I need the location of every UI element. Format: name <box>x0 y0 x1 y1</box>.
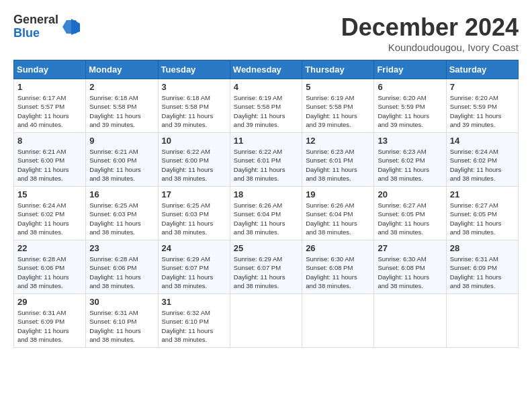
header-sunday: Sunday <box>14 60 86 79</box>
table-row: 30Sunrise: 6:31 AMSunset: 6:10 PMDayligh… <box>86 294 158 348</box>
day-info: Sunrise: 6:29 AMSunset: 6:07 PMDaylight:… <box>234 255 298 290</box>
day-number: 18 <box>234 189 298 199</box>
table-row: 15Sunrise: 6:24 AMSunset: 6:02 PMDayligh… <box>14 187 86 240</box>
calendar-week-row: 1Sunrise: 6:17 AMSunset: 5:57 PMDaylight… <box>14 79 519 133</box>
day-number: 1 <box>17 82 82 92</box>
table-row: 9Sunrise: 6:21 AMSunset: 6:00 PMDaylight… <box>86 133 158 187</box>
day-number: 22 <box>17 243 82 253</box>
table-row: 11Sunrise: 6:22 AMSunset: 6:01 PMDayligh… <box>230 133 302 187</box>
table-row: 18Sunrise: 6:26 AMSunset: 6:04 PMDayligh… <box>230 187 302 240</box>
table-row: 21Sunrise: 6:27 AMSunset: 6:05 PMDayligh… <box>446 187 518 240</box>
day-info: Sunrise: 6:21 AMSunset: 6:00 PMDaylight:… <box>89 147 154 183</box>
day-info: Sunrise: 6:31 AMSunset: 6:09 PMDaylight:… <box>450 255 515 290</box>
day-info: Sunrise: 6:31 AMSunset: 6:09 PMDaylight:… <box>17 308 82 344</box>
day-number: 31 <box>162 297 226 307</box>
day-info: Sunrise: 6:30 AMSunset: 6:08 PMDaylight:… <box>306 255 370 290</box>
day-info: Sunrise: 6:26 AMSunset: 6:04 PMDaylight:… <box>306 201 370 236</box>
table-row: 27Sunrise: 6:30 AMSunset: 6:08 PMDayligh… <box>374 240 446 294</box>
day-info: Sunrise: 6:22 AMSunset: 6:00 PMDaylight:… <box>162 147 226 183</box>
logo: General Blue <box>13 13 81 40</box>
table-row: 31Sunrise: 6:32 AMSunset: 6:10 PMDayligh… <box>158 294 230 348</box>
day-info: Sunrise: 6:31 AMSunset: 6:10 PMDaylight:… <box>89 308 154 344</box>
table-row: 20Sunrise: 6:27 AMSunset: 6:05 PMDayligh… <box>374 187 446 240</box>
logo-blue: Blue <box>13 27 58 40</box>
day-number: 21 <box>450 189 515 199</box>
day-number: 5 <box>306 82 370 92</box>
day-number: 26 <box>306 243 370 253</box>
table-row: 12Sunrise: 6:23 AMSunset: 6:01 PMDayligh… <box>302 133 374 187</box>
calendar-week-row: 29Sunrise: 6:31 AMSunset: 6:09 PMDayligh… <box>14 294 519 348</box>
table-row: 22Sunrise: 6:28 AMSunset: 6:06 PMDayligh… <box>14 240 86 294</box>
day-number: 17 <box>162 189 226 199</box>
table-row: 13Sunrise: 6:23 AMSunset: 6:02 PMDayligh… <box>374 133 446 187</box>
table-row: 14Sunrise: 6:24 AMSunset: 6:02 PMDayligh… <box>446 133 518 187</box>
header-saturday: Saturday <box>446 60 518 79</box>
day-number: 11 <box>234 136 298 146</box>
logo-general: General <box>13 13 58 27</box>
day-info: Sunrise: 6:18 AMSunset: 5:58 PMDaylight:… <box>89 93 154 129</box>
day-number: 30 <box>89 297 154 307</box>
day-number: 28 <box>450 243 515 253</box>
table-row: 24Sunrise: 6:29 AMSunset: 6:07 PMDayligh… <box>158 240 230 294</box>
day-info: Sunrise: 6:25 AMSunset: 6:03 PMDaylight:… <box>89 201 154 236</box>
table-row: 5Sunrise: 6:19 AMSunset: 5:58 PMDaylight… <box>302 79 374 133</box>
page-header: General Blue December 2024 Koundoudougou… <box>13 13 519 53</box>
table-row: 8Sunrise: 6:21 AMSunset: 6:00 PMDaylight… <box>14 133 86 187</box>
day-info: Sunrise: 6:23 AMSunset: 6:02 PMDaylight:… <box>378 147 442 183</box>
day-number: 12 <box>306 136 370 146</box>
table-row: 29Sunrise: 6:31 AMSunset: 6:09 PMDayligh… <box>14 294 86 348</box>
day-number: 7 <box>450 82 515 92</box>
calendar-table: Sunday Monday Tuesday Wednesday Thursday… <box>13 60 519 348</box>
header-wednesday: Wednesday <box>230 60 302 79</box>
month-title: December 2024 <box>341 13 519 42</box>
day-info: Sunrise: 6:19 AMSunset: 5:58 PMDaylight:… <box>234 93 298 129</box>
table-row: 17Sunrise: 6:25 AMSunset: 6:03 PMDayligh… <box>158 187 230 240</box>
day-number: 23 <box>89 243 154 253</box>
day-info: Sunrise: 6:19 AMSunset: 5:58 PMDaylight:… <box>306 93 370 129</box>
table-row: 28Sunrise: 6:31 AMSunset: 6:09 PMDayligh… <box>446 240 518 294</box>
day-number: 24 <box>162 243 226 253</box>
day-info: Sunrise: 6:28 AMSunset: 6:06 PMDaylight:… <box>17 255 82 290</box>
calendar-week-row: 15Sunrise: 6:24 AMSunset: 6:02 PMDayligh… <box>14 187 519 240</box>
day-info: Sunrise: 6:20 AMSunset: 5:59 PMDaylight:… <box>378 93 442 129</box>
day-info: Sunrise: 6:32 AMSunset: 6:10 PMDaylight:… <box>162 308 226 344</box>
day-number: 19 <box>306 189 370 199</box>
day-info: Sunrise: 6:21 AMSunset: 6:00 PMDaylight:… <box>17 147 82 183</box>
calendar-week-row: 22Sunrise: 6:28 AMSunset: 6:06 PMDayligh… <box>14 240 519 294</box>
day-info: Sunrise: 6:25 AMSunset: 6:03 PMDaylight:… <box>162 201 226 236</box>
day-info: Sunrise: 6:23 AMSunset: 6:01 PMDaylight:… <box>306 147 370 183</box>
day-info: Sunrise: 6:26 AMSunset: 6:04 PMDaylight:… <box>234 201 298 236</box>
table-row: 26Sunrise: 6:30 AMSunset: 6:08 PMDayligh… <box>302 240 374 294</box>
header-tuesday: Tuesday <box>158 60 230 79</box>
day-info: Sunrise: 6:24 AMSunset: 6:02 PMDaylight:… <box>450 147 515 183</box>
logo-text: General Blue <box>13 13 58 40</box>
table-row: 6Sunrise: 6:20 AMSunset: 5:59 PMDaylight… <box>374 79 446 133</box>
day-info: Sunrise: 6:27 AMSunset: 6:05 PMDaylight:… <box>450 201 515 236</box>
logo-icon <box>61 17 81 37</box>
table-row: 3Sunrise: 6:18 AMSunset: 5:58 PMDaylight… <box>158 79 230 133</box>
table-row: 1Sunrise: 6:17 AMSunset: 5:57 PMDaylight… <box>14 79 86 133</box>
table-row <box>446 294 518 348</box>
svg-marker-1 <box>71 19 80 35</box>
day-number: 13 <box>378 136 442 146</box>
day-number: 8 <box>17 136 82 146</box>
table-row: 2Sunrise: 6:18 AMSunset: 5:58 PMDaylight… <box>86 79 158 133</box>
table-row: 4Sunrise: 6:19 AMSunset: 5:58 PMDaylight… <box>230 79 302 133</box>
table-row: 16Sunrise: 6:25 AMSunset: 6:03 PMDayligh… <box>86 187 158 240</box>
table-row: 10Sunrise: 6:22 AMSunset: 6:00 PMDayligh… <box>158 133 230 187</box>
day-info: Sunrise: 6:20 AMSunset: 5:59 PMDaylight:… <box>450 93 515 129</box>
calendar-week-row: 8Sunrise: 6:21 AMSunset: 6:00 PMDaylight… <box>14 133 519 187</box>
day-number: 27 <box>378 243 442 253</box>
location: Koundoudougou, Ivory Coast <box>341 42 519 53</box>
header-thursday: Thursday <box>302 60 374 79</box>
day-number: 20 <box>378 189 442 199</box>
day-number: 4 <box>234 82 298 92</box>
table-row: 23Sunrise: 6:28 AMSunset: 6:06 PMDayligh… <box>86 240 158 294</box>
day-info: Sunrise: 6:18 AMSunset: 5:58 PMDaylight:… <box>162 93 226 129</box>
day-info: Sunrise: 6:29 AMSunset: 6:07 PMDaylight:… <box>162 255 226 290</box>
calendar-header-row: Sunday Monday Tuesday Wednesday Thursday… <box>14 60 519 79</box>
table-row <box>230 294 302 348</box>
day-number: 29 <box>17 297 82 307</box>
day-number: 3 <box>162 82 226 92</box>
title-area: December 2024 Koundoudougou, Ivory Coast <box>341 13 519 53</box>
